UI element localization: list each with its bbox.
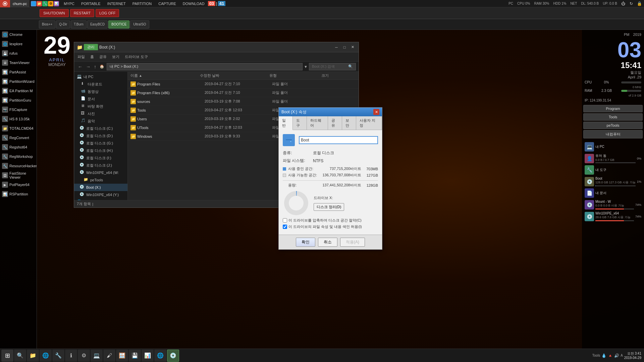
restart-btn[interactable]: RESTART [70,9,94,17]
col-name[interactable]: 이름 ▲ [130,73,200,78]
nav-disk-i[interactable]: 💿 로컬 디스크 (I:) [74,154,127,162]
nav-win10xpe-y[interactable]: 💿 Win10XPE_x64 (Y:) [74,191,127,198]
tab-general[interactable]: 일반 [279,116,293,130]
nav-downloads[interactable]: ⬇ 다운로드 [74,80,127,88]
ultraiso-btn[interactable]: UltraISO [130,20,149,28]
close-btn[interactable]: ✕ [349,45,356,50]
tab-hardware[interactable]: 하드웨어 [307,116,328,130]
nav-desktop[interactable]: 🖥 바탕 화면 [74,103,127,110]
sidebar-item-regshot[interactable]: 🔧 Regshot64 [0,142,37,152]
sidebar-item-potplayer[interactable]: ▶ PotPlayer64 [0,180,37,189]
taskbar-browser-icon[interactable]: 🌐 [40,350,52,362]
nav-disk-j[interactable]: 💿 로컬 디스크 (J:) [74,162,127,169]
mypc-btn[interactable]: 내컴퓨터 [583,130,643,138]
program-btn[interactable]: Program [583,105,643,112]
logoff-btn[interactable]: LOG OFF [96,9,119,17]
cleanup-btn[interactable]: 디스크 정리(D) [314,203,344,211]
nav-docs[interactable]: 📄 문서 [74,95,127,103]
taskbar-explorer-icon[interactable]: 📁 [27,350,39,362]
taskbar-net-icon[interactable]: 🌐 [154,350,166,362]
nav-photos[interactable]: 🖼 사진 [74,110,127,117]
file-row-sources[interactable]: 📁 sources 2019-03-19 오후 7:08 파일 폴더 [128,97,359,106]
menu-portable[interactable]: PORTABLE [78,0,104,7]
nav-music[interactable]: 🎵 음악 [74,117,127,125]
forward-btn[interactable]: → [85,64,92,69]
tools-btn[interactable]: Tools [583,113,643,121]
nav-disk-h[interactable]: 💿 로컬 디스크 (H:) [74,147,127,154]
start-button[interactable]: ⊞ [1,350,13,362]
nav-boot-x[interactable]: 💿 Boot (X:) [74,184,127,191]
index-checkbox[interactable] [283,225,287,229]
nav-mypc[interactable]: 💻 내 PC [74,73,127,80]
sidebar-item-partitionguru[interactable]: 📊 PartitionGuru [0,96,37,105]
sidebar-item-regconvert[interactable]: 🔧 RegConvert [0,133,37,142]
power-icon[interactable]: ⏻ [620,0,627,7]
up-btn[interactable]: ↑ [93,64,97,69]
col-type[interactable]: 유형 [269,73,321,78]
sidebar-item-rspartition[interactable]: 📊 RSPartition [0,189,37,199]
sidebar-item-teamviewer[interactable]: 🖥 TeamViewer [0,58,37,67]
petools-btn[interactable]: peTools [583,122,643,129]
right-item-user[interactable]: 👤 유저 동 0.0 B / 0.7 GB 0% [583,153,643,164]
nav-win10xpe-w[interactable]: 💿 Win10XPE_x64 (W: [74,169,127,176]
sidebar-item-chrome[interactable]: 🌐 Chrome [0,30,37,39]
menu-capture[interactable]: CAPTURE [155,0,179,7]
lock-icon[interactable]: 🔒 [636,0,643,7]
back-btn[interactable]: ← [77,64,84,69]
nav-disk-c[interactable]: 💿 로컬 디스크 (C:) [74,125,127,132]
nav-petools[interactable]: 📁 peTools [74,176,127,184]
sidebar-item-fscapture[interactable]: 📷 FSCapture [0,105,37,114]
menu-mypc[interactable]: MYPC [60,0,78,7]
toolbar-file[interactable]: 파일 [76,54,86,60]
minimize-btn[interactable]: ─ [333,45,340,50]
nav-disk-d[interactable]: 💿 로컬 디스크 (D:) [74,132,127,139]
home-btn[interactable]: 🏠 [99,64,105,69]
nav-disk-g[interactable]: 💿 로컬 디스크 (G:) [74,139,127,147]
apply-btn[interactable]: 적용(A) [340,238,365,247]
toolbar-share[interactable]: 공유 [98,54,108,60]
compress-checkbox[interactable] [283,218,287,223]
qdir-btn[interactable]: Q-Dir [56,20,70,28]
menu-download[interactable]: DOWNLOAD [179,0,208,7]
bios-btn[interactable]: Bios++ [39,20,55,28]
menu-internet[interactable]: INTERNET [104,0,129,7]
shutdown-btn[interactable]: SHUTDOWN [40,9,69,17]
right-item-tools[interactable]: 🔧 내 도구 [583,164,643,176]
tab-share[interactable]: 공유 [328,116,342,130]
taskbar-app-icon[interactable]: 📊 [142,350,154,362]
tburn-btn[interactable]: T.Burn [71,20,87,28]
file-row-programfiles[interactable]: 📁 Program Files 2019-04-27 오전 7:10 파일 폴더 [128,80,359,88]
col-date[interactable]: 수정한 날짜 [200,73,269,78]
nav-videos[interactable]: 📹 동영상 [74,88,127,95]
tab-security[interactable]: 보안 [342,116,356,130]
sidebar-item-partassist[interactable]: 📊 PartAssist [0,67,37,77]
sidebar-item-eapartition[interactable]: 📊 EA Partition M [0,86,37,96]
taskbar-ie-icon[interactable]: ℹ [65,350,77,362]
sidebar-item-iexplore[interactable]: 🌐 Iexplore [0,39,37,49]
dropdown-btn[interactable]: ▼ [304,65,308,69]
right-item-mount[interactable]: 💿 Mount - W 0.0 B 0.0 B 사용 가능 74% [583,199,643,210]
taskbar-settings-icon[interactable]: ⚙ [78,350,90,362]
sidebar-item-hs[interactable]: 🔧 HS 8 13.05k [0,114,37,124]
taskbar-paint-icon[interactable]: 🖌 [103,350,115,362]
tab-customization[interactable]: 사용자 지정 [356,116,382,130]
maximize-btn[interactable]: □ [341,45,348,50]
sidebar-item-partitionwizard[interactable]: 📊 PartitionWizard [0,77,37,86]
taskbar-disk-icon[interactable]: 💾 [129,350,141,362]
dialog-close-btn[interactable]: ✕ [373,109,379,115]
easybcd-btn[interactable]: EasyBCD [87,20,108,28]
address-path[interactable]: 내 PC > Boot (X:) [107,63,303,70]
right-item-mypc[interactable]: 💻 내 PC [583,141,643,153]
sidebar-item-regworkshop[interactable]: 🔧 RegWorkshop [0,152,37,161]
cancel-btn[interactable]: 취소 [318,238,337,247]
menu-partition[interactable]: PARTITION [129,0,155,7]
sidebar-item-faststone[interactable]: 🖼 FastStone Viewer [0,171,37,180]
right-item-win10xpe[interactable]: 💿 Win10XPE_x64 28.6 GB 7.6 GB 사용 가능 74% [583,210,643,222]
toolbar-drive[interactable]: 드라이브 도구 [123,54,149,60]
drive-name-input[interactable]: Boot [299,136,378,144]
right-item-docs[interactable]: 📄 내 문서 [583,187,643,199]
sidebar-item-rufus[interactable]: 💾 rufus [0,49,37,58]
taskbar-files-icon[interactable]: 🔍 [14,350,26,362]
toolbar-view[interactable]: 보기 [111,54,121,60]
sidebar-item-resourcehacker[interactable]: 🔧 ResourceHacker [0,161,37,171]
